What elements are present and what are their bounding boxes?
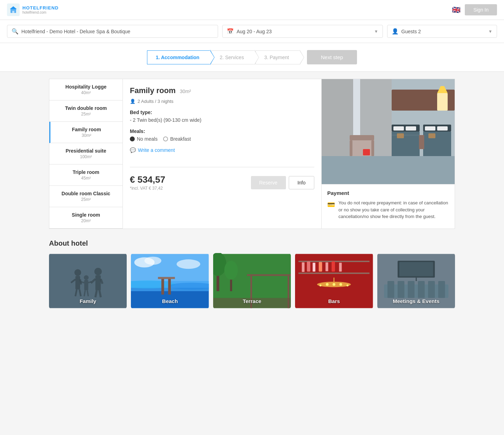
svg-rect-100 (399, 262, 433, 276)
hotel-card-family[interactable]: Family (49, 253, 127, 309)
guests-icon: 👤 (392, 28, 399, 35)
svg-point-86 (333, 283, 336, 286)
svg-line-48 (88, 282, 91, 283)
breakfast-option[interactable]: Breakfast (163, 136, 191, 142)
step-accommodation[interactable]: 1. Accommodation (147, 50, 210, 64)
svg-line-43 (95, 290, 97, 297)
room-item-triple[interactable]: Triple room 45m² (49, 164, 122, 186)
step-payment[interactable]: 3. Payment (255, 50, 300, 64)
svg-rect-21 (437, 126, 448, 131)
card-family-label: Family (79, 298, 96, 304)
svg-rect-26 (350, 139, 374, 156)
svg-rect-79 (319, 262, 322, 272)
svg-rect-81 (332, 261, 335, 272)
svg-rect-22 (423, 132, 451, 156)
svg-rect-96 (418, 281, 425, 298)
bed-type-value: - 2 Twin bed(s) (90-130 cm wide) (130, 117, 314, 123)
svg-rect-27 (350, 135, 374, 140)
no-meals-label: No meals (137, 136, 158, 142)
room-name-family: Family room (56, 127, 117, 132)
step-3-label: 3. Payment (264, 55, 289, 60)
hotel-search-field[interactable]: 🔍 (7, 25, 218, 38)
svg-rect-25 (428, 133, 435, 138)
room-size-single: 20m² (55, 218, 117, 223)
svg-rect-4 (322, 156, 455, 184)
hotel-card-terrace[interactable]: Terrace (213, 253, 291, 309)
breakfast-radio[interactable] (163, 136, 168, 141)
room-name-double-classic: Double room Classic (55, 191, 117, 196)
info-button[interactable]: Info (289, 176, 314, 189)
room-image (322, 79, 455, 184)
hotel-card-beach[interactable]: Beach (131, 253, 209, 309)
reserve-button[interactable]: Reserve (251, 176, 286, 189)
date-chevron-icon: ▼ (374, 29, 378, 34)
price-section: € 534,57 *incl. VAT € 37,42 Reserve Info (130, 167, 314, 191)
svg-point-88 (320, 285, 322, 287)
svg-rect-23 (419, 135, 424, 149)
sign-in-button[interactable]: Sign In (465, 4, 497, 15)
svg-rect-82 (339, 263, 342, 272)
room-size-triple: 45m² (55, 176, 117, 181)
svg-rect-15 (406, 126, 416, 131)
room-item-family[interactable]: Family room 30m² (49, 122, 122, 143)
svg-rect-57 (168, 278, 171, 294)
card-terrace-label: Terrace (243, 298, 261, 304)
hotel-card-bars[interactable]: Bars (295, 253, 373, 309)
room-right-panel: Payment 💳 You do not require prepayment:… (322, 79, 455, 229)
card-beach-label: Beach (162, 298, 178, 304)
room-item-presidential[interactable]: Presidential suite 100m² (49, 143, 122, 164)
svg-point-61 (177, 259, 201, 269)
guests-text: Guests 2 (401, 29, 486, 34)
price-info: € 534,57 *incl. VAT € 37,42 (130, 174, 165, 191)
svg-rect-93 (387, 281, 394, 298)
room-list: Hospitality Logge 40m² Twin double room … (49, 79, 123, 229)
language-flag[interactable]: 🇬🇧 (452, 6, 461, 14)
meals-options: No meals Breakfast (130, 136, 314, 142)
svg-rect-95 (408, 281, 414, 298)
hotel-card-meetings[interactable]: Meetings & Events (377, 253, 455, 309)
room-size-hospitality: 40m² (55, 90, 117, 95)
calendar-icon: 📅 (227, 28, 234, 35)
hotel-search-input[interactable] (21, 29, 214, 34)
room-detail-header: Family room 30m² (130, 86, 314, 95)
room-item-hospitality[interactable]: Hospitality Logge 40m² (49, 79, 122, 100)
room-size-family: 30m² (56, 133, 117, 138)
payment-description: You do not require prepayment: in case o… (338, 199, 449, 220)
about-title: About hotel (49, 239, 455, 247)
room-size-twin: 25m² (55, 112, 117, 117)
step-services[interactable]: 2. Services (211, 50, 255, 64)
bed-type-label: Bed type: (130, 110, 314, 115)
write-comment-text: Write a comment (138, 147, 175, 153)
room-name-presidential: Presidential suite (55, 148, 117, 154)
svg-rect-28 (350, 140, 352, 156)
date-field[interactable]: 📅 Aug 20 - Aug 23 ▼ (222, 25, 383, 38)
room-name-single: Single room (55, 212, 117, 218)
svg-line-44 (99, 290, 101, 297)
steps-wrapper: 1. Accommodation 2. Services 3. Payment (147, 50, 300, 64)
svg-rect-16 (392, 132, 420, 156)
room-name-hospitality: Hospitality Logge (55, 84, 117, 90)
svg-rect-34 (75, 276, 80, 289)
room-name-twin: Twin double room (55, 105, 117, 111)
no-meals-option[interactable]: No meals (130, 136, 158, 142)
guests-field[interactable]: 👤 Guests 2 ▼ (387, 25, 497, 38)
person-icon: 👤 (130, 99, 135, 104)
card-bars-label: Bars (328, 298, 340, 304)
date-range-text: Aug 20 - Aug 23 (237, 29, 371, 34)
room-item-twin[interactable]: Twin double room 25m² (49, 100, 122, 122)
no-meals-radio[interactable] (130, 136, 135, 141)
search-bar: 🔍 📅 Aug 20 - Aug 23 ▼ 👤 Guests 2 ▼ (0, 20, 504, 43)
svg-rect-98 (438, 281, 445, 298)
svg-rect-97 (428, 281, 435, 298)
room-item-single[interactable]: Single room 20m² (49, 207, 122, 229)
header: HOTELFRIEND hotelfriend.com 🇬🇧 Sign In (0, 0, 504, 20)
next-step-button[interactable]: Next step (307, 50, 357, 64)
write-comment-link[interactable]: 💬 Write a comment (130, 147, 314, 153)
payment-title: Payment (327, 190, 449, 196)
svg-rect-2 (12, 11, 14, 13)
svg-point-33 (75, 269, 81, 276)
room-item-double-classic[interactable]: Double room Classic 25m² (49, 186, 122, 207)
svg-rect-56 (161, 278, 164, 294)
app-tagline: hotelfriend.com (22, 10, 58, 14)
svg-rect-40 (95, 275, 100, 291)
